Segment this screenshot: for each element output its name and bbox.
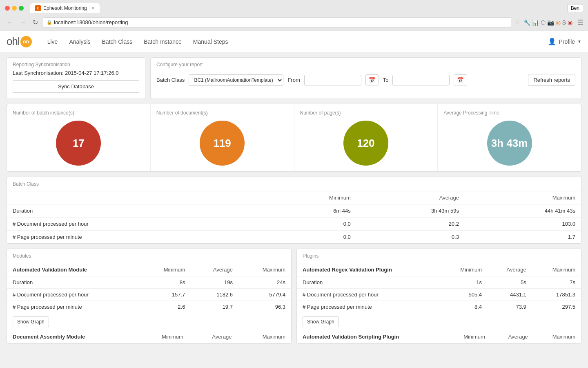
hamburger-icon[interactable]: ☰ xyxy=(577,18,583,26)
tab-favicon: E xyxy=(35,5,41,11)
row-doc-per-hour-max: 103.0 xyxy=(465,218,581,231)
from-calendar-button[interactable]: 📅 xyxy=(365,74,379,85)
mod-page-min-min: 2.6 xyxy=(140,301,191,313)
table-row: # Page processed per minute 0.0 0.3 1.7 xyxy=(7,231,581,244)
star-icon[interactable]: ☆ xyxy=(514,18,520,26)
mod-page-min-label: # Page processed per minute xyxy=(7,301,140,313)
plugins-panel-title: Plugins xyxy=(297,249,581,263)
from-label: From xyxy=(287,77,300,83)
logo-dot-text: on xyxy=(23,39,29,45)
mod-page-min-avg: 19.7 xyxy=(191,301,238,313)
sync-database-button[interactable]: Sync Database xyxy=(13,80,139,93)
mod-doc-hour-label: # Document processed per hour xyxy=(7,289,140,301)
metric-batch-instances-circle: 17 xyxy=(56,121,101,166)
plugin-duration-label: Duration xyxy=(297,276,441,289)
row-page-per-min-avg: 0.3 xyxy=(356,231,465,244)
profile-menu[interactable]: 👤 Profile ▼ xyxy=(548,38,581,45)
nav-analysis[interactable]: Analysis xyxy=(63,32,96,52)
row-duration-max: 44h 41m 43s xyxy=(465,204,581,218)
tab-close-icon[interactable]: ✕ xyxy=(91,6,95,11)
col-header-minimum: Minimum xyxy=(265,191,356,204)
metric-pages-title: Number of page(s) xyxy=(300,110,432,116)
address-bar[interactable]: 🔒 localhost:18080/ohlon/reporting xyxy=(43,17,511,27)
metric-avg-processing-title: Average Processing Time xyxy=(443,110,575,116)
nav-live[interactable]: Live xyxy=(42,32,64,52)
user-button[interactable]: Ben xyxy=(567,4,583,12)
plugins-section2-table: Automated Validation Scripting Plugin Mi… xyxy=(297,330,581,343)
browser-chrome: E Ephesoft Monitoring ✕ Ben ← → ↻ 🔒 loca… xyxy=(0,0,588,31)
back-button[interactable]: ← xyxy=(5,18,15,27)
table-row: Duration 8s 19s 24s xyxy=(7,276,291,289)
col-header-label xyxy=(7,191,265,204)
metric-documents-value: 119 xyxy=(213,137,231,150)
logo-dot: on xyxy=(20,36,32,47)
modules-col-avg: Average xyxy=(191,263,238,276)
mod-doc-hour-avg: 1182.6 xyxy=(191,289,238,301)
plugins-panel: Plugins Automated Regex Validation Plugi… xyxy=(296,249,581,344)
mod-doc-hour-max: 5779.4 xyxy=(238,289,291,301)
modules-show-graph-button[interactable]: Show Graph xyxy=(13,316,49,327)
row-doc-per-hour-avg: 20.2 xyxy=(356,218,465,231)
metric-documents-circle: 119 xyxy=(200,121,245,166)
modules-table: Automated Validation Module Minimum Aver… xyxy=(7,263,291,313)
minimize-dot[interactable] xyxy=(12,6,17,11)
nav-batch-instance[interactable]: Batch Instance xyxy=(138,32,187,52)
app-header: ohl on Live Analysis Batch Class Batch I… xyxy=(0,31,588,52)
plugin-doc-hour-max: 17851.3 xyxy=(532,289,581,301)
profile-label: Profile xyxy=(559,38,575,45)
logo: ohl on xyxy=(7,35,32,48)
col-header-maximum: Maximum xyxy=(465,191,581,204)
row-duration-min: 6m 44s xyxy=(265,204,356,218)
modules-col-min: Minimum xyxy=(140,263,191,276)
plugin-duration-max: 7s xyxy=(532,276,581,289)
config-panel: Configure your report Batch Class BC1 (M… xyxy=(150,57,581,99)
sync-panel-title: Reporting Synchronisation xyxy=(7,58,145,70)
plugin-duration-avg: 5s xyxy=(488,276,532,289)
modules-panel: Modules Automated Validation Module Mini… xyxy=(7,249,292,344)
metric-avg-processing: Average Processing Time 3h 43m xyxy=(438,104,581,171)
batch-class-section-title: Batch Class xyxy=(7,177,581,191)
browser-tab[interactable]: E Ephesoft Monitoring ✕ xyxy=(30,3,100,13)
row-page-per-min-label: # Page processed per minute xyxy=(7,231,265,244)
chevron-down-icon: ▼ xyxy=(577,39,581,44)
bottom-row: Modules Automated Validation Module Mini… xyxy=(7,249,581,344)
metric-avg-processing-circle: 3h 43m xyxy=(487,121,532,166)
plugins-show-graph-button[interactable]: Show Graph xyxy=(303,316,339,327)
config-form: Batch Class BC1 (MailroomAutomationTempl… xyxy=(151,71,581,92)
to-label: To xyxy=(383,77,389,83)
table-row: # Document processed per hour 0.0 20.2 1… xyxy=(7,218,581,231)
plugin-page-min-label: # Page processed per minute xyxy=(297,301,441,313)
plugins-col-label: Automated Regex Validation Plugin xyxy=(297,263,441,276)
from-date-input[interactable] xyxy=(304,75,361,85)
plugins-s2-col-avg: Average xyxy=(491,330,534,343)
batch-class-select[interactable]: BC1 (MailroomAutomationTemplate) xyxy=(189,74,283,86)
col-header-average: Average xyxy=(356,191,465,204)
logo-text-left: ohl xyxy=(7,35,20,48)
metric-pages-value: 120 xyxy=(357,137,374,150)
to-calendar-button[interactable]: 📅 xyxy=(454,74,467,85)
sync-panel: Reporting Synchronisation Last Synchroni… xyxy=(7,57,145,99)
batch-class-label: Batch Class xyxy=(156,77,185,83)
metrics-row: Number of batch instance(s) 17 Number of… xyxy=(7,104,581,172)
reload-button[interactable]: ↻ xyxy=(31,18,40,27)
plugin-doc-hour-min: 505.4 xyxy=(441,289,488,301)
close-dot[interactable] xyxy=(5,6,10,11)
forward-button[interactable]: → xyxy=(18,18,28,27)
metric-documents-title: Number of document(s) xyxy=(156,110,288,116)
maximize-dot[interactable] xyxy=(19,6,24,11)
modules-panel-title: Modules xyxy=(7,249,291,263)
nav-batch-class[interactable]: Batch Class xyxy=(96,32,138,52)
mod-duration-max: 24s xyxy=(238,276,291,289)
mod-duration-avg: 19s xyxy=(191,276,238,289)
plugins-col-min: Minimum xyxy=(441,263,488,276)
table-row: Duration 1s 5s 7s xyxy=(297,276,581,289)
row-doc-per-hour-min: 0.0 xyxy=(265,218,356,231)
to-date-input[interactable] xyxy=(392,75,450,85)
nav-manual-steps[interactable]: Manual Steps xyxy=(187,32,234,52)
plugin-page-min-min: 8.4 xyxy=(441,301,488,313)
main-nav: Live Analysis Batch Class Batch Instance… xyxy=(42,32,548,52)
modules-col-max: Maximum xyxy=(238,263,291,276)
mod-page-min-max: 96.3 xyxy=(238,301,291,313)
refresh-reports-button[interactable]: Refresh reports xyxy=(528,74,575,86)
top-row: Reporting Synchronisation Last Synchroni… xyxy=(7,57,581,99)
